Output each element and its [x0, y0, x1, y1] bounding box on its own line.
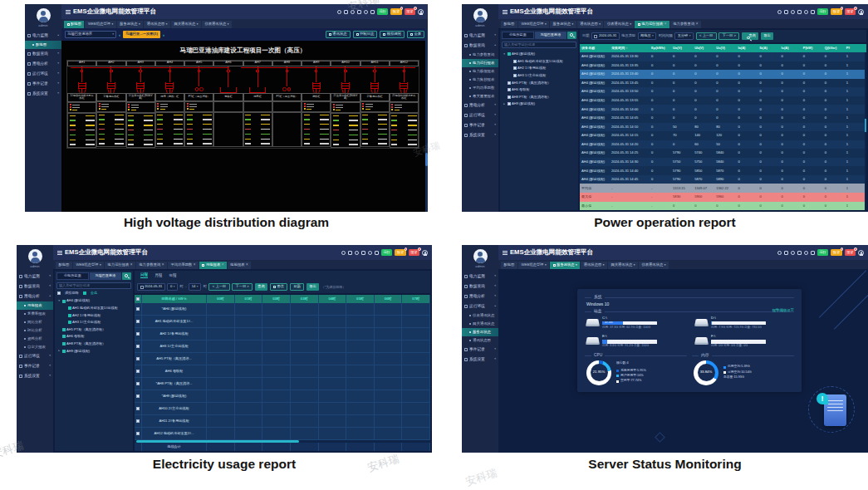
nav-tab[interactable]: 通讯状态图▾: [144, 21, 170, 28]
circuit-row[interactable]: AH3 1#主变出线柜: [135, 341, 430, 353]
close-icon[interactable]: ×: [162, 263, 164, 267]
table-row[interactable]: AH4 (配进线柜)2024-05-31 13:350000000001: [580, 61, 866, 71]
sidebar-item[interactable]: 数据查询▾: [25, 49, 61, 59]
diagram-tab-chip[interactable]: 马瑞巴亚...一次图(1): [123, 31, 160, 38]
search-icon[interactable]: [777, 251, 782, 255]
nav-tab[interactable]: 网关通讯状态▾: [608, 262, 638, 269]
panel-tab[interactable]: 变电所监测: [502, 32, 534, 39]
nav-tab[interactable]: WEB组态管理▾: [85, 21, 115, 28]
sound-icon[interactable]: [791, 251, 795, 255]
checkbox[interactable]: [62, 342, 66, 345]
tree-node[interactable]: AH2 1#备用出线柜: [502, 65, 576, 72]
nav-tab[interactable]: 电力参数查询×: [670, 21, 701, 28]
nav-tab[interactable]: WEB组态管理▾: [73, 262, 104, 269]
prev-day-button[interactable]: < 上一日: [208, 283, 229, 291]
toolbar-button[interactable]: 控制日志: [353, 31, 378, 38]
refresh-icon[interactable]: [361, 251, 365, 255]
status-badge[interactable]: 预警: [831, 8, 841, 15]
user-icon[interactable]: [422, 250, 428, 256]
column-header[interactable]: 设备名称: [580, 47, 610, 50]
export-button[interactable]: 导出: [761, 32, 773, 40]
sidebar-item[interactable]: 数据查询▴: [462, 41, 498, 51]
nav-tab[interactable]: 平均功率因数×: [168, 262, 199, 269]
nav-tab[interactable]: 仪表通讯状态▾: [202, 21, 232, 28]
circuit-row[interactable]: AH10 2#主变出线柜: [135, 403, 430, 415]
checkbox[interactable]: [68, 321, 71, 324]
export-button[interactable]: 导出: [306, 283, 319, 291]
nav-tab[interactable]: 仪表通讯状态▾: [604, 21, 634, 28]
globe-icon[interactable]: [784, 10, 788, 14]
sound-icon[interactable]: [791, 10, 795, 14]
scrollbar-track[interactable]: [865, 52, 867, 210]
sidebar-subitem[interactable]: 电力参数查询: [462, 51, 498, 59]
sidebar-item[interactable]: 系统设置▾: [25, 89, 61, 99]
checkbox[interactable]: [57, 292, 61, 295]
sidebar-subitem[interactable]: 复费率报表: [17, 310, 53, 318]
sidebar-subitem[interactable]: 配电图: [25, 41, 61, 49]
scrollbar-track[interactable]: [425, 28, 429, 212]
checkbox[interactable]: [136, 357, 140, 360]
hour-header[interactable]: 01时: [235, 295, 263, 303]
tree-node[interactable]: ▾AH4 (配进线柜): [56, 297, 131, 305]
tree-node[interactable]: AH3 1#主变出线柜: [56, 319, 131, 326]
monitor-icon[interactable]: [370, 10, 375, 14]
row-checkbox-cell[interactable]: [135, 365, 142, 377]
column-header[interactable]: P(kW): [802, 47, 823, 50]
date-input[interactable]: 2024-05-31: [137, 283, 165, 291]
nav-tab[interactable]: 网关通讯状态▾: [171, 21, 201, 28]
menu-icon[interactable]: [57, 251, 62, 255]
nav-tab[interactable]: 电力参数查询×: [136, 262, 167, 269]
sidebar-item[interactable]: 运行环境▾: [462, 110, 498, 120]
report-type-tab[interactable]: 日报: [140, 273, 148, 279]
nav-tab[interactable]: 服务器状态▾: [550, 262, 580, 269]
circuit-row[interactable]: *AH8 PT柜（高压消谐...: [135, 378, 430, 390]
scrollbar-thumb[interactable]: [425, 153, 429, 166]
status-badge[interactable]: 报警: [845, 8, 856, 15]
checkbox[interactable]: [136, 307, 140, 311]
row-checkbox-cell[interactable]: [135, 341, 142, 352]
checkbox[interactable]: [136, 394, 140, 398]
hour-header[interactable]: 05时: [346, 295, 375, 303]
checkbox[interactable]: [508, 102, 511, 105]
sidebar-subitem[interactable]: 电力集抄报表: [462, 76, 498, 84]
hour-header[interactable]: 07时: [402, 295, 430, 303]
sidebar-subitem[interactable]: 仪表通讯状态: [462, 311, 498, 320]
column-header[interactable]: Ua(V): [671, 47, 693, 50]
row-checkbox-cell[interactable]: [135, 378, 142, 390]
table-row[interactable]: AH4 (配进线柜)2024-05-31 14:2505790574058400…: [580, 149, 866, 158]
table-row[interactable]: AH4 (配进线柜)2024-05-31 13:550000000001: [580, 96, 866, 105]
refresh-button[interactable]: 刷新: [290, 283, 304, 291]
nav-tab[interactable]: WEB组态管理▾: [518, 262, 549, 269]
search-icon[interactable]: [341, 251, 346, 255]
nav-tab[interactable]: 电力运行报表×: [635, 21, 669, 28]
hour-to-select[interactable]: 14▾: [189, 283, 201, 291]
query-button[interactable]: 查询: [255, 283, 267, 291]
next-day-button[interactable]: 下一日 >: [232, 283, 253, 291]
nav-tab[interactable]: 服务器状态▾: [117, 21, 144, 28]
h-scrollbar-track[interactable]: [135, 440, 430, 443]
checkbox[interactable]: [136, 332, 140, 336]
checkbox[interactable]: [508, 96, 511, 99]
table-row[interactable]: AH4 (配进线柜)2024-05-31 14:4505790587058900…: [580, 175, 866, 184]
prev-diagram-arrow[interactable]: ‹: [119, 32, 120, 37]
sidebar-subitem[interactable]: 通讯状态图: [462, 336, 498, 345]
tree-node[interactable]: AH2 1#备用出线柜: [56, 311, 131, 319]
tree-node[interactable]: AH3 1#主变出线柜: [502, 72, 576, 80]
hour-header[interactable]: 06时: [375, 295, 403, 303]
checkbox[interactable]: [136, 382, 140, 385]
tree-node[interactable]: AH1 电动机冷却水泵1#出线柜: [502, 58, 576, 66]
checkbox[interactable]: [513, 66, 517, 70]
refresh-icon[interactable]: [357, 10, 361, 14]
tree-node[interactable]: AH5 PT柜（高压消谐柜）: [56, 326, 131, 334]
monitor-icon[interactable]: [811, 10, 815, 14]
select-all-checkbox-cell[interactable]: [135, 295, 142, 303]
status-badge[interactable]: 运行: [817, 8, 828, 15]
circuit-row[interactable]: AH1 电动机冷却水泵1#...: [135, 316, 430, 328]
sidebar-subitem[interactable]: 最大需量报表: [462, 92, 498, 100]
column-header[interactable]: Ep(kWh): [650, 47, 671, 50]
row-checkbox-cell[interactable]: [135, 415, 142, 427]
status-badge[interactable]: 预警: [390, 8, 401, 15]
close-icon[interactable]: ×: [664, 22, 667, 27]
column-header[interactable]: Ib(A): [758, 47, 779, 50]
refresh-icon[interactable]: [797, 10, 802, 14]
